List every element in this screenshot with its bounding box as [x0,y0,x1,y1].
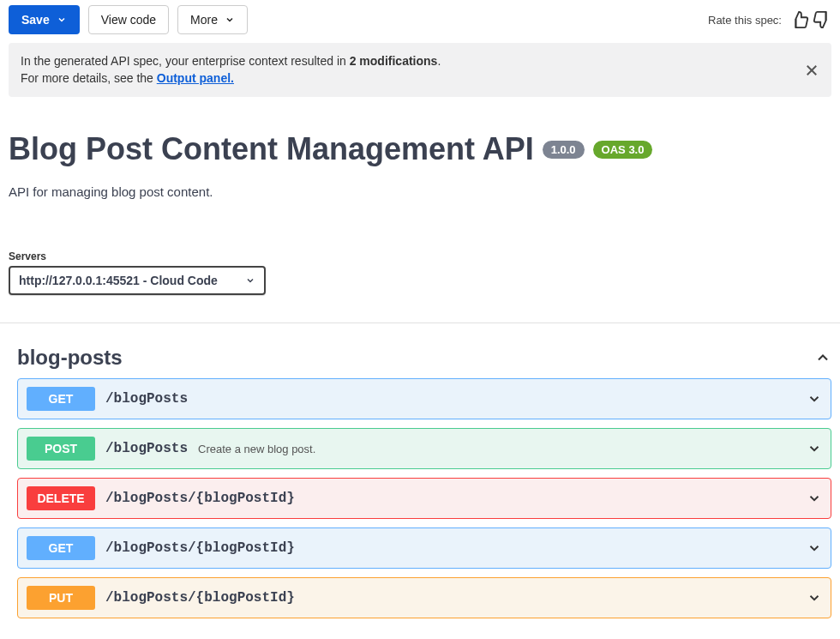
notice-prefix: In the generated API spec, your enterpri… [21,54,350,68]
operation-path: /blogPosts/{blogPostId} [105,491,295,506]
operation-row[interactable]: DELETE /blogPosts/{blogPostId} [17,478,831,519]
operation-path: /blogPosts [105,441,188,456]
thumbs-up-icon[interactable] [790,10,809,29]
method-badge: POST [27,437,95,461]
operation-row[interactable]: PUT /blogPosts/{blogPostId} [17,577,831,618]
chevron-down-icon [225,15,235,25]
api-description: API for managing blog post content. [9,184,831,199]
api-title: Blog Post Content Management API [9,131,534,167]
operation-path: /blogPosts/{blogPostId} [105,590,295,606]
tag-section: blog-posts GET /blogPosts POST /blogPost… [0,323,840,636]
notice-text: In the generated API spec, your enterpri… [21,53,804,87]
chevron-down-icon [807,441,822,456]
chevron-down-icon [807,491,822,506]
tag-header[interactable]: blog-posts [17,337,831,378]
chevron-down-icon [57,15,67,25]
toolbar: Save View code More Rate this spec: [0,0,840,43]
view-code-button[interactable]: View code [88,5,169,34]
oas-badge: OAS 3.0 [593,141,653,159]
operation-row[interactable]: GET /blogPosts [17,378,831,419]
chevron-down-icon [807,590,822,606]
output-panel-link[interactable]: Output panel. [157,71,234,85]
thumbs-down-icon[interactable] [813,10,831,29]
operation-path: /blogPosts/{blogPostId} [105,540,295,556]
operation-row[interactable]: POST /blogPosts Create a new blog post. [17,428,831,469]
chevron-down-icon [245,275,255,286]
more-label: More [190,13,218,27]
api-header: Blog Post Content Management API 1.0.0 O… [0,97,840,208]
chevron-down-icon [807,540,822,556]
chevron-down-icon [807,391,822,407]
operation-summary: Create a new blog post. [198,443,315,455]
operation-row[interactable]: GET /blogPosts/{blogPostId} [17,527,831,569]
close-icon[interactable] [804,63,819,78]
rate-label: Rate this spec: [708,14,782,27]
title-row: Blog Post Content Management API 1.0.0 O… [9,131,831,167]
servers-section: Servers http://127.0.0.1:45521 - Cloud C… [0,208,840,312]
save-button[interactable]: Save [9,5,80,34]
method-badge: GET [27,387,95,411]
tag-name: blog-posts [17,346,814,370]
server-selected: http://127.0.0.1:45521 - Cloud Code [19,274,218,287]
method-badge: PUT [27,586,95,610]
more-button[interactable]: More [177,5,248,34]
notice-bold: 2 modifications [350,54,438,68]
notice-suffix: . [437,54,441,68]
save-label: Save [21,13,50,27]
servers-label: Servers [9,250,831,262]
server-select[interactable]: http://127.0.0.1:45521 - Cloud Code [9,266,266,295]
notice-banner: In the generated API spec, your enterpri… [9,43,831,97]
notice-line2-prefix: For more details, see the [21,71,157,85]
version-badge: 1.0.0 [543,141,585,159]
view-code-label: View code [101,13,156,27]
method-badge: DELETE [27,486,95,510]
operation-path: /blogPosts [105,391,188,407]
chevron-up-icon [814,349,831,366]
method-badge: GET [27,536,95,560]
